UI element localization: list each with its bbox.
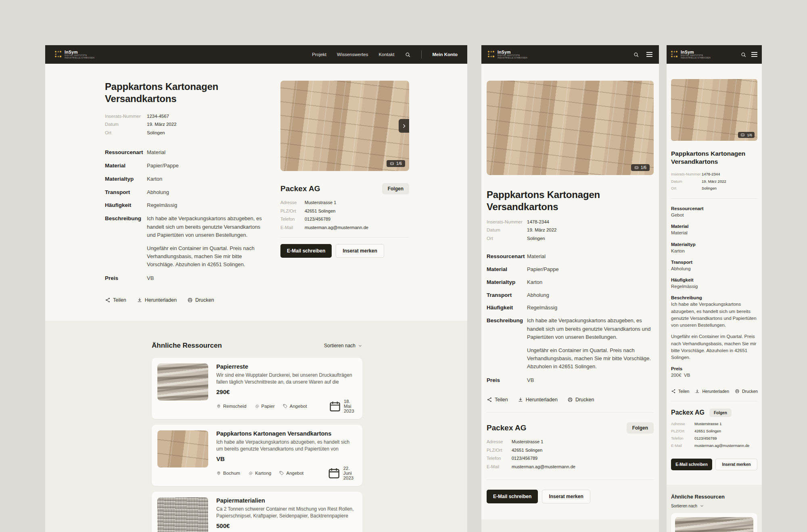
image-icon xyxy=(634,165,639,170)
attr-value: Material xyxy=(147,148,266,157)
attr-value: Papier/Pappe xyxy=(527,265,654,274)
nav-projekt[interactable]: Projekt xyxy=(312,52,326,57)
price-label: Preis xyxy=(671,366,757,371)
meta-value: 1478-2344 xyxy=(702,171,720,177)
print-button[interactable]: Drucken xyxy=(567,397,594,403)
similar-resource-card[interactable]: Papiermaterialien Ca 2 Tonnen schwerer C… xyxy=(152,492,362,532)
listing-detail: Pappkartons Kartonagen Versandkartons In… xyxy=(45,64,467,303)
card-description: Ca 2 Tonnen schwerer Container mit Misch… xyxy=(216,506,357,519)
thumbnail-cardboard-boxes xyxy=(157,430,208,467)
contact-label: E-Mail xyxy=(280,224,305,231)
material-icon xyxy=(248,471,253,476)
meta-label: Inserats-Nummer xyxy=(671,171,702,177)
contact-label: Adresse xyxy=(671,421,694,427)
page-title: Pappkartons Kartonagen Versandkartons xyxy=(487,189,620,213)
card-title: Papierreste xyxy=(216,363,357,370)
company-name: Packex AG xyxy=(671,409,705,416)
contact-value: 0123/456789 xyxy=(512,455,537,462)
material-tag: Kartong xyxy=(248,471,271,476)
email-button[interactable]: E-Mail schreiben xyxy=(671,459,712,470)
card-date: 18. Mai 2023 xyxy=(328,399,357,413)
similar-resources-title: Ähnliche Ressourcen xyxy=(671,494,757,500)
description-text: Ich habe alte Verpackungskartons abzugeb… xyxy=(671,301,757,361)
contact-label: Adresse xyxy=(487,438,512,445)
brand-name: InSym xyxy=(65,50,94,54)
similar-resource-card[interactable] xyxy=(671,513,757,532)
meta-value: 19. März 2022 xyxy=(147,121,177,128)
listing-image-carousel[interactable]: 1/6 xyxy=(671,79,757,141)
download-button[interactable]: Herunterladen xyxy=(695,389,729,394)
share-actions: Teilen Herunterladen Drucken xyxy=(105,297,266,303)
menu-icon[interactable] xyxy=(646,51,652,58)
nav-divider xyxy=(421,50,422,58)
share-button[interactable]: Teilen xyxy=(105,297,126,303)
follow-button[interactable]: Folgen xyxy=(709,409,732,417)
attr-value: Regelmässig xyxy=(671,283,757,290)
tablet-header: InSym DIGITAL GESTÜTZTE INDUSTRIELLE SYM… xyxy=(481,45,659,64)
contact-value: 42651 Solingen xyxy=(512,447,542,454)
sort-dropdown[interactable]: Sortieren nach xyxy=(671,504,757,508)
attr-value: Abholung xyxy=(147,188,266,197)
email-button[interactable]: E-Mail schreiben xyxy=(487,490,538,503)
contact-label: E-Mail xyxy=(671,443,694,449)
save-listing-button[interactable]: Inserat merken xyxy=(542,490,590,503)
listing-meta: Inserats-Nummer1478-2344 Datum19. März 2… xyxy=(671,171,757,191)
location-pin-icon xyxy=(216,471,221,476)
listing-image-carousel[interactable]: 1/6 xyxy=(280,81,409,171)
nav-wissenswertes[interactable]: Wissenswertes xyxy=(337,52,368,57)
download-button[interactable]: Herunterladen xyxy=(137,297,177,303)
image-icon xyxy=(740,133,745,137)
similar-resource-card[interactable]: Papierreste Wir sind eine Wupptaler Durc… xyxy=(152,358,362,419)
mobile-header: InSym DIGITAL GESTÜTZTE INDUSTRIELLE SYM… xyxy=(667,45,762,64)
brand-tagline: INDUSTRIELLE SYMBIOSEN xyxy=(681,57,711,59)
listing-image-carousel[interactable]: 1/6 xyxy=(487,81,654,175)
logo[interactable]: InSym DIGITAL GESTÜTZTE INDUSTRIELLE SYM… xyxy=(671,50,711,58)
follow-button[interactable]: Folgen xyxy=(382,183,409,194)
logo[interactable]: InSym DIGITAL GESTÜTZTE INDUSTRIELLE SYM… xyxy=(488,50,527,58)
meta-value: Solingen xyxy=(147,129,165,136)
meta-value: Solingen xyxy=(702,186,717,191)
share-button[interactable]: Teilen xyxy=(671,389,689,394)
nav-kontakt[interactable]: Kontakt xyxy=(378,52,394,57)
listing-meta: Inserats-Nummer1234-4567 Datum19. März 2… xyxy=(105,113,266,136)
tag-icon xyxy=(279,471,284,476)
share-button[interactable]: Teilen xyxy=(487,397,508,403)
print-button[interactable]: Drucken xyxy=(187,297,214,303)
meta-label: Inserats-Nummer xyxy=(487,219,527,225)
contact-value: 42651 Solingen xyxy=(694,428,721,434)
attr-label: Transport xyxy=(487,291,527,300)
attr-label: Materialtyp xyxy=(105,175,147,184)
save-listing-button[interactable]: Inserat merken xyxy=(715,459,757,470)
description-label: Beschreibung xyxy=(671,295,757,300)
contact-label: Telefon xyxy=(671,436,694,441)
attr-value: Abholung xyxy=(527,291,654,300)
contact-value: Musterstrasse 1 xyxy=(512,438,543,445)
save-listing-button[interactable]: Inserat merken xyxy=(336,244,384,258)
desktop-header: InSym DIGITAL GESTÜTZTE INDUSTRIELLE SYM… xyxy=(45,45,467,64)
search-icon[interactable] xyxy=(740,52,746,58)
share-icon xyxy=(105,297,111,303)
share-icon xyxy=(671,389,676,394)
sort-dropdown[interactable]: Sortieren nach xyxy=(324,343,362,348)
attr-value: Material xyxy=(527,252,654,261)
image-counter-badge: 1/6 xyxy=(631,164,650,171)
thumbnail-shredded-paper xyxy=(157,497,208,532)
card-price: 290€ xyxy=(216,388,357,395)
price-value: VB xyxy=(147,274,266,283)
nav-mein-konto[interactable]: Mein Konto xyxy=(432,52,458,57)
similar-resources-section: Ähnliche Ressourcen Sortieren nach Papie… xyxy=(45,321,467,532)
similar-resource-card[interactable]: Pappkartons Kartonagen Versandkartons Ic… xyxy=(152,425,362,486)
search-icon[interactable] xyxy=(633,52,639,58)
email-button[interactable]: E-Mail schreiben xyxy=(280,244,332,258)
print-button[interactable]: Drucken xyxy=(735,389,758,394)
search-icon[interactable] xyxy=(405,52,411,58)
logo[interactable]: InSym DIGITAL GESTÜTZTE INDUSTRIELLE SYM… xyxy=(55,50,94,58)
menu-icon[interactable] xyxy=(751,51,757,58)
follow-button[interactable]: Folgen xyxy=(627,422,654,434)
download-button[interactable]: Herunterladen xyxy=(518,397,558,403)
contact-value: Musterstrasse 1 xyxy=(305,199,336,206)
carousel-next-button[interactable] xyxy=(399,119,409,133)
contact-label: Telefon xyxy=(280,216,305,223)
meta-value: 1478-2344 xyxy=(527,219,549,225)
contact-label: Adresse xyxy=(280,199,305,206)
